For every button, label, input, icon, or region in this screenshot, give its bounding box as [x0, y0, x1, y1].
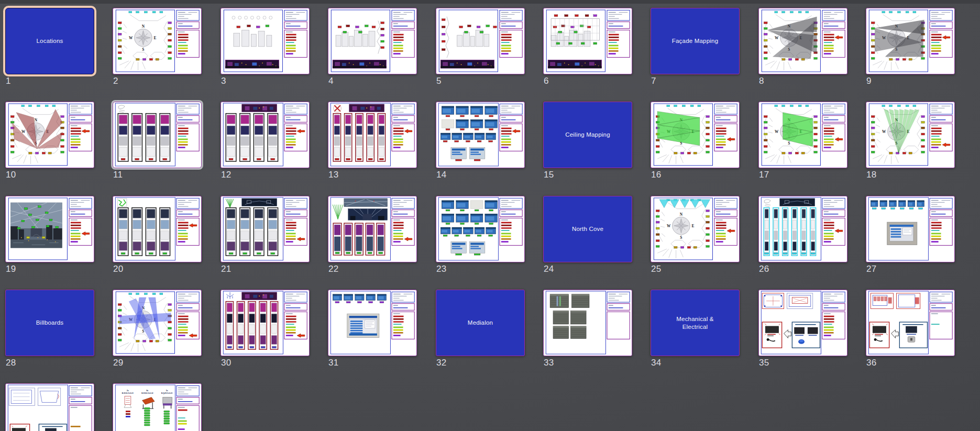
slide-thumbnail[interactable]: Ceiling Mapping [543, 102, 632, 168]
slide-number: 6 [544, 76, 549, 86]
slide-thumbnail[interactable] [328, 102, 417, 168]
svg-text:W: W [667, 224, 671, 228]
slide-thumbnail[interactable]: Façade Mapping [651, 8, 740, 74]
svg-text:S: S [142, 47, 144, 52]
slide-content-sketch [221, 196, 309, 262]
slide-content-sketch: NE SW [866, 8, 954, 74]
slide-number: 14 [436, 170, 447, 180]
slide-title-label: Billboards [28, 319, 72, 327]
slide-content-sketch: NE SW [759, 102, 847, 168]
slide-title-label: Medialon [459, 319, 501, 327]
slide-thumbnail[interactable]: NE SW [113, 8, 202, 74]
slide-content-sketch [436, 102, 524, 168]
slide-thumbnail[interactable] [436, 8, 525, 74]
slide-thumbnail[interactable] [328, 290, 417, 356]
slide-thumbnail[interactable]: NE SW [758, 102, 847, 168]
slide-thumbnail[interactable]: NE SW [113, 290, 202, 356]
slide-number: 12 [221, 170, 232, 180]
slide-thumbnail[interactable] [328, 196, 417, 262]
slide-thumbnail[interactable] [5, 196, 94, 262]
slide-content-sketch [6, 384, 94, 431]
slide-content-sketch [6, 196, 94, 262]
slide-number: 24 [544, 264, 554, 274]
slide-content-sketch [544, 8, 632, 74]
slide-number: 25 [651, 264, 662, 274]
slide-thumbnail[interactable]: NE SW [5, 102, 94, 168]
slide-number: 26 [759, 264, 769, 274]
slide-content-sketch [759, 290, 847, 356]
slide-content-sketch: NE SW [651, 102, 739, 168]
slide-thumbnail[interactable] [328, 8, 417, 74]
slide-thumbnail[interactable]: Mechanical & Electrical [651, 290, 740, 356]
slide-title-label: Façade Mapping [664, 37, 726, 45]
slide-thumbnail[interactable] [221, 102, 310, 168]
slide-number: 36 [866, 358, 877, 368]
top-edge-band [0, 0, 980, 4]
slide-content-sketch [436, 196, 524, 262]
slide-thumbnail[interactable]: NE SW [866, 102, 955, 168]
slide-content-sketch [328, 290, 416, 356]
slide-number: 29 [113, 358, 124, 368]
slide-content-sketch [759, 196, 847, 262]
slide-number: 3 [221, 76, 226, 86]
slide-thumbnail[interactable]: North Cove [543, 196, 632, 262]
svg-text:B-QLR-CLG-01: B-QLR-CLG-01 [161, 392, 173, 394]
slide-thumbnail[interactable]: NE SW [651, 196, 740, 262]
slide-thumbnail[interactable] [5, 383, 94, 431]
slide-content-sketch: NE SW [113, 8, 201, 74]
slide-thumbnail[interactable]: NE SW [758, 8, 847, 74]
slide-thumbnail[interactable] [543, 8, 632, 74]
svg-text:N: N [142, 24, 145, 29]
svg-text:N: N [35, 118, 38, 123]
slide-content-sketch [544, 290, 632, 356]
slide-number: 21 [221, 264, 232, 274]
slide-number: 27 [866, 264, 877, 274]
slide-number: 5 [436, 76, 442, 86]
slide-thumbnail[interactable] [866, 290, 955, 356]
slide-content-sketch [436, 8, 524, 74]
slide-number: 2 [113, 76, 118, 86]
slide-thumbnail[interactable]: NE SW [866, 8, 955, 74]
slide-thumbnail[interactable] [758, 290, 847, 356]
slide-thumbnail[interactable] [221, 290, 310, 356]
slide-number: 35 [759, 358, 769, 368]
slide-thumbnail[interactable]: 2xB-S100-CLG-018xB-S100-CLG-023xB-QLR-CL… [113, 383, 202, 431]
slide-thumbnail[interactable] [221, 196, 310, 262]
slide-thumbnail[interactable] [436, 196, 525, 262]
slide-content-sketch [221, 102, 309, 168]
slide-thumbnail[interactable]: Medialon [436, 290, 525, 356]
slide-thumbnail[interactable] [866, 196, 955, 262]
slide-thumbnail[interactable]: Billboards [5, 290, 94, 356]
slide-number: 33 [544, 358, 554, 368]
slide-content-sketch [221, 290, 309, 356]
slide-thumbnail[interactable] [758, 196, 847, 262]
slide-content-sketch [328, 8, 416, 74]
svg-text:3x: 3x [166, 390, 168, 392]
slide-number: 34 [651, 358, 662, 368]
slide-thumbnail[interactable] [113, 196, 202, 262]
slide-thumbnail[interactable] [113, 102, 202, 168]
slide-content-sketch [221, 8, 309, 74]
slide-thumbnail[interactable] [436, 102, 525, 168]
svg-text:S: S [680, 235, 682, 240]
slide-content-sketch: NE SW [759, 8, 847, 74]
slide-title-label: North Cove [564, 225, 612, 233]
slide-number: 8 [759, 76, 764, 86]
slide-content-sketch: NE SW [113, 290, 201, 356]
slide-thumbnail-selected[interactable]: Locations [5, 8, 94, 74]
slide-number: 31 [328, 358, 339, 368]
slide-thumbnail[interactable] [221, 8, 310, 74]
slide-number: 30 [221, 358, 232, 368]
slide-thumbnail[interactable] [543, 290, 632, 356]
slide-number: 23 [436, 264, 447, 274]
slide-number: 13 [328, 170, 339, 180]
slide-number: 11 [113, 170, 123, 180]
slide-number: 10 [6, 170, 16, 180]
slide-content-sketch: NE SW [866, 102, 954, 168]
slide-thumbnail[interactable]: NE SW [651, 102, 740, 168]
svg-text:B-S100-CLG-02: B-S100-CLG-02 [141, 392, 153, 394]
slide-title-label: Ceiling Mapping [557, 131, 618, 139]
slide-sorter-board: Locations1 NE SW23456Façade Mapping7 NE … [0, 0, 980, 431]
slide-number: 22 [328, 264, 339, 274]
slide-number: 4 [328, 76, 334, 86]
